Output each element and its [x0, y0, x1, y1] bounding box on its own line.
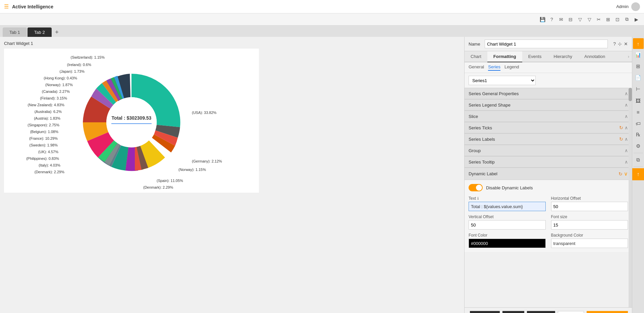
svg-text:(New Zealand): 4.83%: (New Zealand): 4.83% — [28, 103, 65, 107]
save-icon[interactable]: 💾 — [539, 16, 546, 23]
section-series-ticks[interactable]: Series Ticks ↻ ∧ — [465, 122, 632, 133]
panel-header-icons: ? ⊹ ✕ — [613, 41, 628, 47]
sidebar-icon-grid2[interactable]: ⊞ — [633, 61, 644, 72]
toggle-knob — [476, 185, 482, 191]
panel-help-icon[interactable]: ? — [613, 41, 616, 47]
chevron-up-icon-5[interactable]: ∧ — [625, 148, 628, 153]
chart-container: (Switzerland): 1.15% (Ireland): 0.6% (Ja… — [4, 49, 259, 193]
tab-1[interactable]: Tab 1 — [3, 27, 27, 37]
section-group[interactable]: Group ∧ — [465, 145, 632, 156]
series-select[interactable]: Series1 — [469, 76, 536, 85]
info-icon[interactable]: ℹ — [477, 196, 479, 201]
sidebar-icon-tag[interactable]: 🏷 — [633, 118, 644, 129]
text-input[interactable] — [469, 202, 546, 211]
panel-tabs: Chart Formatting Events Hierarchy Annota… — [465, 51, 632, 62]
svg-text:(Norway): 1.15%: (Norway): 1.15% — [178, 168, 206, 172]
sidebar-icon-list[interactable]: ≡ — [633, 107, 644, 117]
section-series-general[interactable]: Series General Properties ∧ — [465, 88, 632, 99]
refresh-icon-3[interactable]: ↻ — [619, 125, 623, 130]
section-series-tooltip[interactable]: Series Tooltip ∧ — [465, 156, 632, 168]
monitor-icon[interactable]: ⊡ — [614, 16, 621, 23]
preview-button[interactable]: Preview — [527, 311, 555, 313]
panel-tab-arrow[interactable]: › — [625, 51, 632, 62]
sidebar-icon-settings[interactable]: ⚙ — [633, 141, 644, 151]
donut-group: Total : $302309.53 — [83, 74, 180, 171]
chart-area: Chart Widget 1 (Switzerland): 1.15% (Ire… — [0, 37, 464, 313]
section-icons-4: ↻ ∧ — [619, 136, 628, 142]
refresh-icon-4[interactable]: ↻ — [619, 136, 623, 142]
previous-button[interactable]: Previous — [470, 311, 500, 313]
chevron-down-icon-7[interactable]: ∨ — [624, 171, 628, 177]
chevron-up-icon-1[interactable]: ∧ — [625, 102, 628, 108]
chevron-up-icon-4[interactable]: ∧ — [625, 136, 628, 142]
copy-icon[interactable]: ⧉ — [623, 16, 631, 23]
tab-annotation[interactable]: Annotation — [578, 51, 611, 62]
section-series-labels[interactable]: Series Labels ↻ ∧ — [465, 133, 632, 145]
top-bar-right: Admin — [616, 2, 640, 11]
panel-move-icon[interactable]: ⊹ — [618, 41, 622, 47]
horizontal-offset-input[interactable] — [551, 202, 628, 211]
svg-text:(Switzerland): 1.15%: (Switzerland): 1.15% — [71, 55, 105, 59]
svg-text:(Belgium): 1.08%: (Belgium): 1.08% — [30, 130, 59, 134]
tab-hierarchy[interactable]: Hierarchy — [547, 51, 578, 62]
chevron-up-icon-3[interactable]: ∧ — [625, 125, 628, 130]
mail-icon[interactable]: ✉ — [557, 16, 565, 23]
tab-add-button[interactable]: + — [52, 27, 62, 37]
vertical-offset-input[interactable] — [469, 220, 546, 230]
cancel-button[interactable]: Cancel — [558, 311, 584, 313]
next-button[interactable]: Next — [502, 311, 524, 313]
filter2-icon[interactable]: ▽ — [586, 16, 593, 23]
sidebar-icon-layers[interactable]: ⧉ — [633, 154, 644, 165]
font-color-input[interactable] — [469, 239, 546, 248]
font-size-input[interactable] — [551, 220, 628, 230]
name-input[interactable] — [485, 40, 608, 48]
horizontal-offset-label: Horizontal Offset — [551, 196, 628, 201]
svg-text:Total : $302309.53: Total : $302309.53 — [112, 115, 152, 121]
sidebar-icon-top[interactable]: ↑ — [633, 38, 644, 49]
top-bar-left: ☰ Active Intelligence — [4, 3, 53, 10]
svg-text:(Denmark): 2.29%: (Denmark): 2.29% — [143, 185, 173, 189]
sidebar-icon-cursor[interactable]: ⊢ — [633, 84, 644, 95]
panel-close-icon[interactable]: ✕ — [624, 41, 628, 47]
help-icon[interactable]: ? — [548, 16, 555, 23]
section-series-legend-shape[interactable]: Series Legend Shape ∧ — [465, 99, 632, 111]
chevron-up-icon-6[interactable]: ∧ — [625, 159, 628, 165]
save-exit-button[interactable]: Save and Exit — [587, 311, 628, 313]
sidebar-icon-rx[interactable]: ℞ — [633, 129, 644, 140]
grid-icon[interactable]: ⊟ — [567, 16, 574, 23]
hamburger-icon[interactable]: ☰ — [4, 3, 9, 10]
sub-tab-legend[interactable]: Legend — [504, 64, 519, 71]
text-label: Text ℹ — [469, 196, 546, 201]
svg-text:(Ireland): 0.6%: (Ireland): 0.6% — [67, 63, 91, 67]
section-slice[interactable]: Slice ∧ — [465, 111, 632, 122]
table-icon[interactable]: ⊞ — [604, 16, 612, 23]
disable-dynamic-labels-toggle[interactable] — [469, 184, 483, 191]
play-icon[interactable]: ▶ — [633, 16, 640, 23]
vertical-offset-field: Vertical Offset — [469, 214, 546, 230]
filter-icon[interactable]: ▽ — [576, 16, 584, 23]
chevron-up-icon-0[interactable]: ∧ — [625, 91, 628, 96]
tab-formatting[interactable]: Formatting — [487, 51, 522, 62]
sidebar-divider-2 — [634, 167, 643, 167]
tab-events[interactable]: Events — [522, 51, 548, 62]
sidebar-icon-doc[interactable]: 📄 — [633, 72, 644, 83]
cut-icon[interactable]: ✂ — [595, 16, 602, 23]
section-dynamic-label[interactable]: Dynamic Label ↻ ∨ — [465, 168, 632, 180]
tab-2[interactable]: Tab 2 — [28, 27, 52, 37]
name-label: Name — [469, 42, 482, 47]
sub-tab-general[interactable]: General — [469, 64, 484, 71]
sub-tab-series[interactable]: Series — [488, 64, 500, 71]
background-color-label: Background Color — [551, 233, 628, 238]
tab-chart[interactable]: Chart — [465, 51, 487, 62]
sidebar-icon-chart[interactable]: 📊 — [633, 50, 644, 60]
horizontal-offset-field: Horizontal Offset — [551, 196, 628, 211]
svg-text:(Japan): 1.73%: (Japan): 1.73% — [59, 69, 85, 73]
background-color-input[interactable] — [551, 239, 628, 248]
refresh-icon-7[interactable]: ↻ — [619, 171, 623, 177]
scrollbar[interactable] — [629, 88, 632, 307]
avatar — [631, 2, 640, 11]
sidebar-icon-image[interactable]: 🖼 — [633, 95, 644, 106]
svg-text:(Denmark): 2.29%: (Denmark): 2.29% — [35, 170, 64, 174]
chevron-up-icon-2[interactable]: ∧ — [625, 114, 628, 119]
upload-button[interactable]: ↑ — [632, 168, 644, 180]
